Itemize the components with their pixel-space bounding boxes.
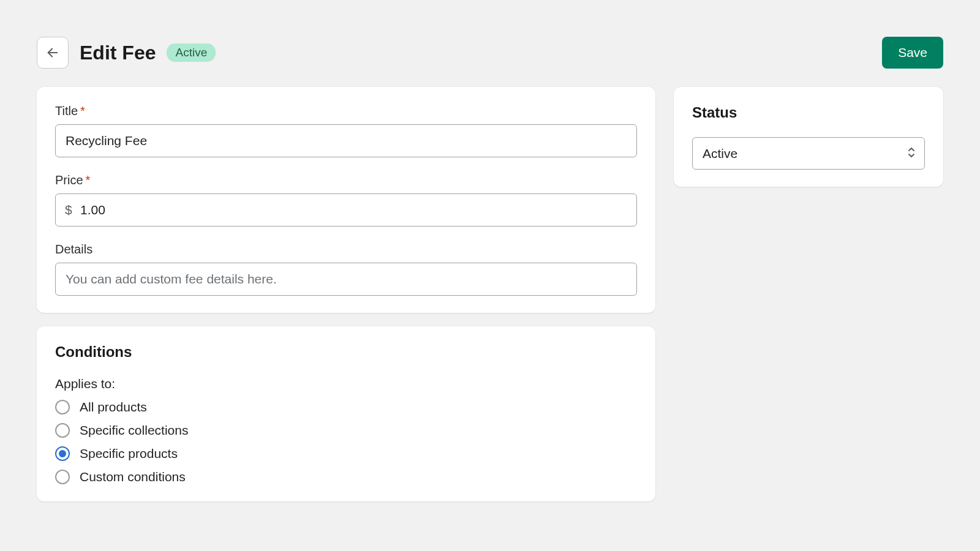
radio-icon xyxy=(55,400,70,414)
back-button[interactable] xyxy=(37,37,69,69)
conditions-card: Conditions Applies to: All productsSpeci… xyxy=(37,326,655,501)
radio-label: All products xyxy=(80,400,147,414)
radio-icon xyxy=(55,446,70,461)
applies-to-option[interactable]: Specific collections xyxy=(55,423,637,438)
price-input[interactable] xyxy=(55,193,637,227)
status-select[interactable]: Active xyxy=(692,137,925,170)
page-header: Edit Fee Active Save xyxy=(37,37,943,69)
save-button[interactable]: Save xyxy=(882,37,943,69)
status-badge: Active xyxy=(167,43,216,62)
fee-details-card: Title* Price* $ Details xyxy=(37,87,655,313)
details-label: Details xyxy=(55,242,637,257)
radio-label: Specific collections xyxy=(80,423,188,438)
price-label: Price* xyxy=(55,173,637,187)
conditions-heading: Conditions xyxy=(55,343,637,361)
applies-to-option[interactable]: Custom conditions xyxy=(55,470,637,484)
radio-icon xyxy=(55,423,70,438)
title-input[interactable] xyxy=(55,124,637,157)
radio-label: Custom conditions xyxy=(80,470,186,484)
applies-to-option[interactable]: All products xyxy=(55,400,637,414)
status-heading: Status xyxy=(692,104,925,121)
applies-to-radio-group: All productsSpecific collectionsSpecific… xyxy=(55,400,637,484)
page-title: Edit Fee xyxy=(80,42,156,64)
radio-label: Specific products xyxy=(80,446,178,461)
arrow-left-icon xyxy=(46,46,59,59)
radio-icon xyxy=(55,470,70,484)
details-input[interactable] xyxy=(55,263,637,296)
status-card: Status Active xyxy=(674,87,943,187)
applies-to-option[interactable]: Specific products xyxy=(55,446,637,461)
title-label: Title* xyxy=(55,104,637,118)
applies-to-label: Applies to: xyxy=(55,377,637,391)
